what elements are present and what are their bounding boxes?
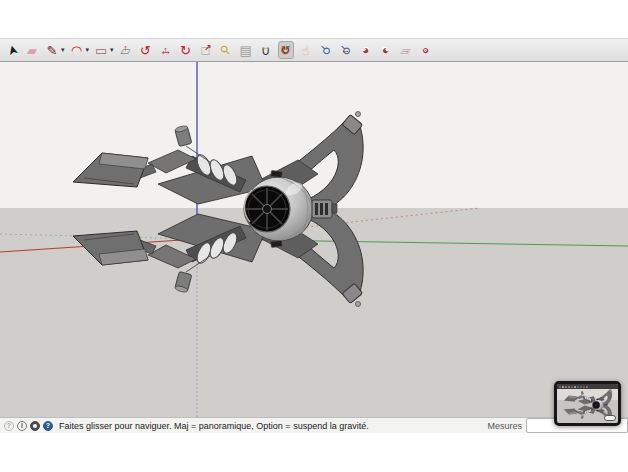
orbit-icon[interactable]: ↺↻ [278,41,294,59]
status-hint-text: Faites glisser pour naviguer. Maj = pano… [59,421,369,431]
select-icon[interactable]: ➤ [4,41,20,59]
eraser-icon[interactable]: ▰ [24,41,40,59]
send-to-layout-icon[interactable]: ▱→ [398,41,414,59]
rotate-icon[interactable]: ↻ [178,41,194,59]
text-icon[interactable]: ▤ [238,41,254,59]
help-icon[interactable]: ? [43,421,53,431]
tape-measure-icon[interactable]: ⚲ [218,41,234,59]
viewport-sky [0,62,628,208]
rectangle-dropdown-arrow[interactable]: ▾ [110,46,114,54]
arc-icon[interactable]: ◠ [69,41,85,59]
instructor-icon[interactable]: ? [4,421,14,431]
modeling-viewport[interactable] [0,62,628,417]
credits-icon[interactable]: ☻ [30,421,40,431]
main-toolbar: ➤▰✎▾◠▾▭▾▱↑↺↔↕↻□↗⚲▤∪−↺↻☝⚲⚲↔●↶●↷▱→●∘ [0,38,628,62]
follow-me-icon[interactable]: ↺ [138,41,154,59]
info-icon[interactable]: i [17,421,27,431]
push-pull-icon[interactable]: ▱↑ [118,41,134,59]
next-view-icon[interactable]: ●↷ [378,41,394,59]
status-bar: ?i☻? Faites glisser pour naviguer. Maj =… [0,417,628,433]
screenshot-thumbnail-preview[interactable] [554,381,621,426]
thumbnail-mini-measure-box [604,415,616,421]
paint-bucket-icon[interactable]: ∪− [258,41,274,59]
line-dropdown-arrow[interactable]: ▾ [61,46,65,54]
look-around-icon[interactable]: ●∘ [418,41,434,59]
rectangle-icon[interactable]: ▭ [93,41,109,59]
viewport-canvas[interactable] [0,62,628,417]
zoom-icon[interactable]: ⚲ [318,41,334,59]
arc-dropdown-arrow[interactable]: ▾ [86,46,90,54]
offset-icon[interactable]: □↗ [198,41,214,59]
pan-icon[interactable]: ☝ [298,41,314,59]
zoom-extents-icon[interactable]: ⚲↔ [338,41,354,59]
screenshot-root: ➤▰✎▾◠▾▭▾▱↑↺↔↕↻□↗⚲▤∪−↺↻☝⚲⚲↔●↶●↷▱→●∘ [0,0,628,472]
move-icon[interactable]: ↔↕ [158,41,174,59]
previous-view-icon[interactable]: ●↶ [358,41,374,59]
measurements-label: Mesures [487,421,522,431]
status-icons: ?i☻? [4,421,53,431]
line-icon[interactable]: ✎ [44,41,60,59]
